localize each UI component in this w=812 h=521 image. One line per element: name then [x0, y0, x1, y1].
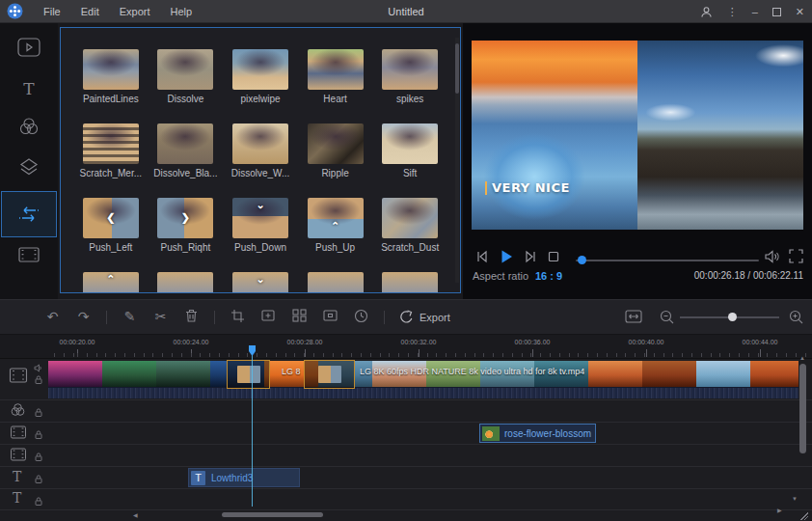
close-button[interactable]: ✕: [796, 7, 804, 17]
track-lock-icon[interactable]: [35, 408, 42, 417]
fit-timeline-icon[interactable]: [625, 310, 642, 323]
zoom-out-icon[interactable]: [660, 310, 674, 324]
export-button[interactable]: Export: [399, 310, 450, 324]
menu-help[interactable]: Help: [171, 6, 193, 17]
sidebar-item-text[interactable]: T: [0, 69, 58, 109]
transition-thumbnail[interactable]: ❮: [83, 198, 139, 238]
sidebar-item-filters[interactable]: [0, 106, 58, 147]
resize-grip[interactable]: [800, 512, 808, 520]
seek-handle[interactable]: [578, 256, 586, 264]
scroll-right-icon[interactable]: ▶: [777, 507, 782, 513]
edit-pencil-icon[interactable]: ✎: [122, 309, 138, 325]
next-frame-button[interactable]: [523, 249, 538, 264]
track-mute-icon[interactable]: [34, 364, 42, 372]
timeline-transition-marker[interactable]: [304, 360, 355, 389]
menu-file[interactable]: File: [43, 6, 61, 17]
text-clip-icon: T: [191, 471, 205, 485]
transition-item[interactable]: Dissolve_W...: [223, 123, 298, 178]
transition-thumbnail[interactable]: ⌄: [232, 198, 288, 238]
zoom-slider-handle[interactable]: [728, 313, 737, 321]
zoom-region-icon[interactable]: [260, 309, 277, 325]
transition-thumbnail[interactable]: [83, 49, 139, 90]
transition-thumbnail[interactable]: ⌃: [308, 198, 364, 238]
timeline-transition-marker[interactable]: [227, 360, 270, 389]
transition-item[interactable]: Sift: [372, 123, 447, 178]
track-lock-icon[interactable]: [35, 430, 42, 439]
transition-thumbnail-partial[interactable]: [382, 272, 438, 293]
transition-item[interactable]: Heart: [298, 49, 373, 104]
seek-bar[interactable]: [576, 260, 759, 261]
transition-thumbnail[interactable]: [382, 198, 438, 238]
transition-thumbnail-partial[interactable]: ⌃: [83, 272, 139, 293]
transition-thumbnail-partial[interactable]: [308, 272, 364, 293]
transition-thumbnail[interactable]: [157, 123, 213, 164]
sidebar-item-overlays[interactable]: [0, 148, 58, 188]
sidebar-item-transitions[interactable]: [1, 191, 57, 237]
horizontal-scrollbar-thumb[interactable]: [222, 512, 323, 517]
transition-item[interactable]: ⌄ Push_Down: [223, 198, 298, 253]
delete-trash-icon[interactable]: [183, 309, 200, 325]
transition-thumbnail-partial[interactable]: [157, 272, 213, 293]
menu-edit[interactable]: Edit: [81, 6, 99, 17]
audio-waveform[interactable]: [48, 387, 798, 398]
transition-label: Dissolve_W...: [231, 168, 290, 178]
transition-item[interactable]: Scratch_Mer...: [73, 123, 149, 178]
overlay-clip-rose[interactable]: rose-flower-blossom: [479, 424, 596, 443]
transition-item[interactable]: pixelwipe: [223, 49, 298, 104]
filter-icon: [18, 117, 40, 136]
panel-scrollbar-thumb[interactable]: [455, 43, 459, 94]
crop-icon[interactable]: [230, 309, 246, 325]
stop-button[interactable]: [548, 251, 559, 262]
split-scissors-icon[interactable]: ✂: [152, 309, 169, 325]
transition-thumbnail[interactable]: [382, 49, 438, 90]
track-lock-icon[interactable]: [35, 452, 42, 461]
transition-item[interactable]: ⌃ Push_Up: [298, 198, 373, 253]
sidebar-item-elements[interactable]: [0, 234, 58, 275]
transition-item[interactable]: Ripple: [298, 123, 373, 178]
freeze-frame-icon[interactable]: [322, 309, 338, 325]
undo-icon[interactable]: ↶: [44, 309, 61, 325]
chevron-up-icon: ⌃: [308, 220, 364, 233]
aspect-ratio-value[interactable]: 16 : 9: [535, 270, 562, 282]
transition-thumbnail[interactable]: [382, 123, 438, 164]
maximize-button[interactable]: [772, 8, 781, 16]
transition-item[interactable]: ❮ Push_Left: [73, 198, 149, 253]
transition-thumbnail[interactable]: [232, 49, 288, 90]
transition-thumbnail[interactable]: [83, 123, 139, 164]
zoom-in-icon[interactable]: [789, 310, 803, 324]
scroll-down-icon[interactable]: ▼: [792, 496, 798, 502]
vertical-scrollbar-thumb[interactable]: [799, 364, 806, 453]
transition-item[interactable]: Scratch_Dust: [372, 198, 447, 253]
track-lock-icon[interactable]: [35, 375, 42, 384]
transition-thumbnail[interactable]: [157, 49, 213, 90]
volume-icon[interactable]: [764, 249, 780, 264]
transition-thumbnail-partial[interactable]: ⌄: [232, 272, 288, 293]
account-icon[interactable]: [700, 6, 713, 18]
track-lock-icon[interactable]: [35, 475, 42, 483]
mosaic-icon[interactable]: [291, 309, 308, 325]
fullscreen-icon[interactable]: [789, 249, 803, 263]
previous-frame-button[interactable]: [474, 249, 490, 264]
scroll-left-icon[interactable]: ◀: [133, 512, 138, 518]
transition-item[interactable]: spikes: [372, 49, 447, 104]
more-menu-icon[interactable]: ⋮: [727, 7, 738, 17]
transition-thumbnail[interactable]: ❯: [157, 198, 213, 238]
transition-thumbnail[interactable]: [308, 123, 364, 164]
transition-item[interactable]: PaintedLines: [73, 49, 149, 104]
transition-thumbnail[interactable]: [308, 49, 364, 90]
play-button[interactable]: [499, 249, 514, 264]
transition-thumbnail[interactable]: [232, 123, 288, 164]
track-lock-icon[interactable]: [35, 497, 42, 506]
transition-item[interactable]: ❯ Push_Riqht: [149, 198, 224, 253]
text-clip-lowthrid[interactable]: T Lowthrid3: [188, 468, 300, 487]
duration-clock-icon[interactable]: [353, 309, 369, 325]
redo-icon[interactable]: ↷: [75, 309, 92, 325]
minimize-button[interactable]: –: [752, 7, 758, 17]
menu-export[interactable]: Export: [120, 6, 150, 17]
timeline-ruler[interactable]: 00:00:20.00 00:00:24.00 00:00:28.00 00:0…: [0, 335, 812, 359]
transition-item[interactable]: Dissolve: [149, 49, 224, 104]
scroll-up-icon[interactable]: ▲: [799, 355, 805, 361]
ruler-label: 00:00:24.00: [152, 339, 230, 345]
sidebar-item-media[interactable]: [0, 27, 58, 68]
transition-item[interactable]: Dissolve_Bla...: [149, 123, 224, 178]
